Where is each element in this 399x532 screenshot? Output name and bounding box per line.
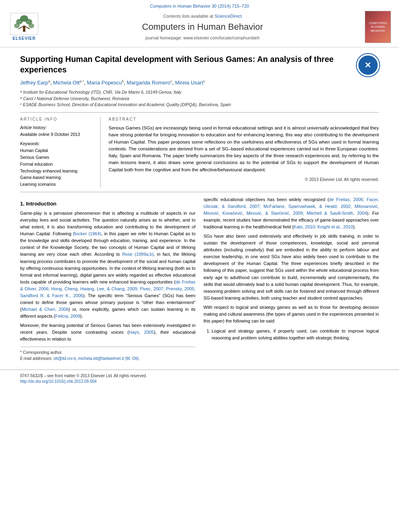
available-online: Available online 9 October 2013	[20, 131, 94, 138]
list-item-1: Logical and strategy games, if properly …	[212, 328, 379, 341]
keyword-human-capital: Human Capital	[20, 147, 94, 154]
author-mireia-usart[interactable]: Mireia Usart	[175, 80, 203, 86]
journal-cover-image: COMPUTERSIN HUMANBEHAVIOR	[365, 11, 391, 43]
keyword-tech-learning: Technology enhanced learning	[20, 168, 94, 175]
intro-section-title: 1. Introduction	[20, 200, 195, 207]
crossmark-badge: ✕	[357, 54, 379, 76]
elsevier-text: ELSEVIER	[12, 36, 35, 41]
cite-rose[interactable]: Rose (1999a,b)	[122, 252, 154, 257]
cite-defreitas-oliver[interactable]: de Freitas & Oliver, 2006; Hong, Cheng, …	[20, 279, 195, 298]
footnote-corresponding: * Corresponding author.	[20, 349, 195, 355]
elsevier-logo: ELSEVIER	[8, 13, 40, 41]
keywords-label: Keywords:	[20, 141, 94, 147]
article-info-column: ARTICLE INFO Article history: Available …	[20, 117, 101, 188]
cite-hays[interactable]: Hays, 2005	[129, 330, 154, 335]
body-left-text: Game-play is a pervasive phenomenon that…	[20, 210, 195, 343]
author-jeffrey-earp[interactable]: Jeffrey Earp	[20, 80, 48, 86]
keyword-formal-education: Formal education	[20, 161, 94, 168]
footnote-email: E-mail addresses: ott@itd.cnr.it, michel…	[20, 355, 195, 362]
affiliation-a: a Institute for Educational Technology (…	[20, 89, 379, 96]
paper-content: Supporting Human Capital development wit…	[0, 47, 399, 370]
paper-title-section: Supporting Human Capital development wit…	[20, 54, 379, 75]
journal-title-banner: ELSEVIER Contents lists available at Sci…	[8, 11, 391, 43]
author-maria-popescu[interactable]: Maria Popescu	[87, 80, 122, 86]
cite-defreitas2006[interactable]: de Freitas, 2006; Facer, Ulicsak, & Sand…	[204, 197, 379, 216]
cite-felicia[interactable]: Felicia, 2009	[55, 314, 80, 318]
abstract-label: ABSTRACT	[109, 117, 379, 122]
body-content: 1. Introduction Game-play is a pervasive…	[20, 196, 379, 362]
keyword-learning-scenarios: Learning scenarios	[20, 181, 94, 188]
affiliations: a Institute for Educational Technology (…	[20, 89, 379, 108]
info-abstract-section: ARTICLE INFO Article history: Available …	[20, 117, 379, 188]
elsevier-logo-img	[10, 13, 38, 35]
svg-point-4	[29, 23, 34, 28]
author-michela-ott[interactable]: Michela Ott	[53, 80, 80, 86]
body-right-text: specific educational objectives has been…	[204, 196, 379, 341]
right-para-1: specific educational objectives has been…	[204, 196, 379, 230]
cite-michael-chen[interactable]: Michael & Chen, 2006	[22, 307, 69, 312]
intro-para-1: Game-play is a pervasive phenomenon that…	[20, 210, 195, 320]
authors-line: Jeffrey Earpa, Michela Otta,*, Maria Pop…	[20, 79, 379, 87]
page-footer: 0747-5632/$ – see front matter © 2013 El…	[0, 370, 399, 388]
journal-homepage: journal homepage: www.elsevier.com/locat…	[48, 35, 357, 41]
article-info-label: ARTICLE INFO	[20, 117, 94, 122]
paper-title: Supporting Human Capital development wit…	[20, 54, 379, 75]
svg-point-3	[14, 23, 20, 28]
journal-doi: Computers in Human Behavior 30 (2014) 71…	[8, 3, 391, 9]
journal-header: Computers in Human Behavior 30 (2014) 71…	[0, 0, 399, 47]
affiliation-b: b Carol I National Defense University, B…	[20, 96, 379, 102]
contents-line: Contents lists available at ScienceDirec…	[48, 13, 357, 19]
right-para-2: SGs have also been used extensively and …	[204, 233, 379, 301]
journal-main-title: Computers in Human Behavior	[48, 21, 357, 33]
footnotes-section: * Corresponding author. E-mail addresses…	[20, 347, 195, 362]
footer-doi-link[interactable]: http://dx.doi.org/10.1016/j.chb.2013.09.…	[20, 379, 97, 384]
author-margarida-romero[interactable]: Margarida Romero	[127, 80, 170, 86]
keyword-serious-games: Serious Games	[20, 154, 94, 161]
affiliation-c: c ESADE Business School, Direction of Ed…	[20, 102, 379, 108]
abstract-text: Serious Games (SGs) are increasingly bei…	[109, 125, 379, 173]
divider-2	[20, 192, 379, 192]
intro-para-2: Moreover, the learning potential of Seri…	[20, 322, 195, 343]
journal-center-info: Contents lists available at ScienceDirec…	[48, 13, 357, 41]
elsevier-tree-icon	[12, 14, 36, 34]
crossmark-icon: ✕	[358, 55, 378, 75]
divider-1	[20, 112, 379, 113]
history-label: Article history:	[20, 125, 94, 131]
footnote-email-link[interactable]: ott@itd.cnr.it, michela.ott@fastwelmet.i…	[53, 356, 140, 361]
keyword-game-learning: Game-based learning	[20, 174, 94, 181]
body-right-column: specific educational objectives has been…	[204, 196, 379, 362]
body-left-column: 1. Introduction Game-play is a pervasive…	[20, 196, 195, 362]
conclusions-list: Logical and strategy games, if properly …	[204, 328, 379, 341]
right-para-3: With respect to logical and strategy gam…	[204, 304, 379, 325]
sciencedirect-link[interactable]: ScienceDirect	[214, 14, 242, 18]
abstract-column: ABSTRACT Serious Games (SGs) are increas…	[109, 117, 379, 188]
cite-kato-knight[interactable]: Kato, 2010; Knight et al., 2010	[294, 224, 353, 229]
cite-becker[interactable]: Becker (1964)	[73, 231, 101, 236]
footer-issn: 0747-5632/$ – see front matter © 2013 El…	[20, 373, 379, 379]
copyright-line: © 2013 Elsevier Ltd. All rights reserved…	[109, 177, 379, 183]
